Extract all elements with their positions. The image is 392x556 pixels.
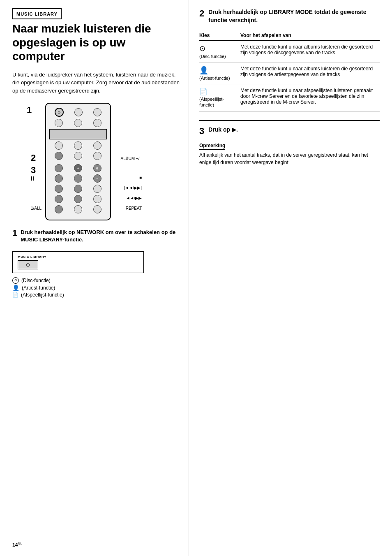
table-divider	[199, 120, 380, 121]
stop-label: ■	[139, 175, 142, 180]
intro-text: U kunt, via de luidspreker van het syste…	[12, 71, 180, 95]
file-table-label: (Afspeellijst-functie)	[199, 96, 224, 108]
disc-button: ⊙	[55, 108, 64, 117]
remote-pause: II	[31, 175, 34, 182]
page-number: 14NL	[12, 542, 22, 548]
opmerking-section: Opmerking Afhankelijk van het aantal tra…	[199, 142, 380, 166]
btn-empty-2	[93, 108, 101, 116]
remote-step-1: 1	[27, 105, 32, 116]
album-label: ALBUM +/–	[121, 156, 142, 161]
step1-text: Druk herhaaldelijk op NETWORK om over te…	[21, 229, 180, 243]
file-table-icon: 📄	[199, 88, 208, 95]
table-row-file: 📄 (Afspeellijst-functie) Met deze functi…	[199, 84, 380, 112]
skip-label: ◄◄/▶▶	[126, 196, 142, 200]
section-label: MUSIC LIBRARY	[16, 12, 58, 16]
disc-table-icon: ⊙	[199, 44, 205, 53]
repeat-label: REPEAT	[126, 206, 142, 211]
person-cell: 👤 (Artiest-functie)	[199, 63, 240, 84]
left-column: MUSIC LIBRARY Naar muziek luisteren die …	[0, 0, 189, 556]
display-box: MUSIC LIBRARY ⊙	[12, 251, 144, 273]
person-label: (Artiest-functie)	[22, 285, 55, 291]
step2-number: 2	[199, 8, 204, 19]
step1-number: 1	[12, 228, 17, 239]
col-kies: Kies	[199, 31, 240, 40]
person-table-label: (Artiest-functie)	[199, 76, 230, 81]
remote-body: ⊙	[45, 103, 111, 220]
kies-table: Kies Voor het afspelen van ⊙ (Disc-funct…	[199, 31, 380, 112]
display-header: MUSIC LIBRARY	[18, 255, 138, 259]
icon-list-person: 👤 (Artiest-functie)	[12, 285, 180, 291]
person-desc: Met deze functie kunt u naar albums luis…	[240, 63, 380, 84]
skip-ff-label: |◄◄/▶▶|	[124, 185, 142, 190]
step1-section: 1 Druk herhaaldelijk op NETWORK om over …	[12, 229, 180, 243]
right-column: 2 Druk herhaaldelijk op LIBRARY MODE tot…	[189, 0, 392, 556]
col-voor: Voor het afspelen van	[240, 31, 380, 40]
step3-number: 3	[199, 126, 204, 137]
disc-label: (Disc-functie)	[21, 278, 51, 283]
icon-list: ⊙ (Disc-functie) 👤 (Artiest-functie) 📄 (…	[12, 277, 180, 298]
remote-display	[49, 129, 107, 139]
file-icon: 📄	[12, 292, 18, 297]
disc-cell: ⊙ (Disc-functie)	[199, 40, 240, 63]
person-table-icon: 👤	[199, 66, 208, 75]
icon-list-disc: ⊙ (Disc-functie)	[12, 277, 180, 284]
step3-section: 3 Druk op ▶.	[199, 126, 380, 137]
file-label: (Afspeellijst-functie)	[21, 292, 64, 298]
remote-diagram: 1 ⊙	[25, 103, 156, 220]
one-all-label: 1/ALL	[31, 206, 42, 211]
opmerking-title: Opmerking	[199, 143, 225, 150]
step2-section: 2 Druk herhaaldelijk op LIBRARY MODE tot…	[199, 8, 380, 24]
icon-list-file: 📄 (Afspeellijst-functie)	[12, 292, 180, 298]
display-inner: ⊙	[18, 260, 38, 269]
disc-icon: ⊙	[12, 277, 19, 284]
remote-step-3: 3	[31, 165, 36, 176]
table-row-disc: ⊙ (Disc-functie) Met deze functie kunt u…	[199, 40, 380, 63]
step2-text: Druk herhaaldelijk op LIBRARY MODE totda…	[208, 8, 380, 24]
file-cell: 📄 (Afspeellijst-functie)	[199, 84, 240, 112]
btn-empty-1	[74, 108, 83, 116]
disc-desc: Met deze functie kunt u naar albums luis…	[240, 40, 380, 63]
page-number-sup: NL	[18, 542, 22, 545]
file-desc: Met deze functie kunt u naar afspeellijs…	[240, 84, 380, 112]
person-icon: 👤	[12, 285, 19, 291]
disc-table-label: (Disc-functie)	[199, 54, 226, 59]
section-label-box: MUSIC LIBRARY	[12, 8, 62, 19]
remote-step-2: 2	[31, 153, 36, 163]
step3-text: Druk op ▶.	[208, 126, 380, 134]
page-title: Naar muziek luisteren die opgeslagen is …	[12, 22, 180, 63]
opmerking-text: Afhankelijk van het aantal tracks, dat i…	[199, 151, 380, 166]
table-row-person: 👤 (Artiest-functie) Met deze functie kun…	[199, 63, 380, 84]
